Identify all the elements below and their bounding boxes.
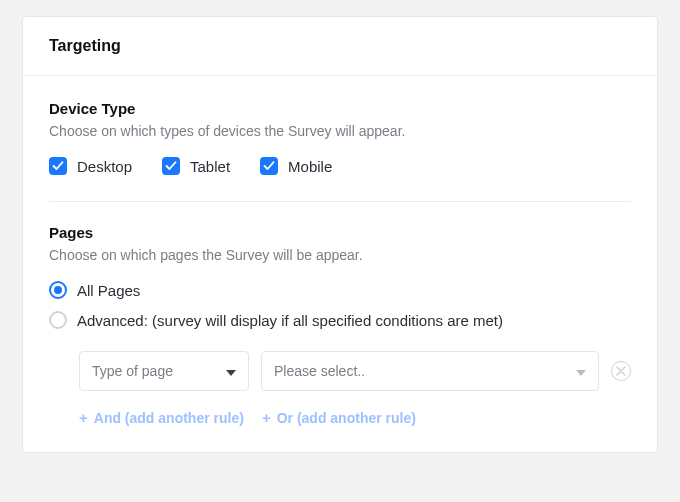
radio-advanced[interactable]: Advanced: (survey will display if all sp…: [49, 311, 631, 329]
select-placeholder: Please select..: [274, 363, 365, 379]
pages-section: Pages Choose on which pages the Survey w…: [49, 224, 631, 426]
device-type-section: Device Type Choose on which types of dev…: [49, 100, 631, 175]
caret-down-icon: [576, 363, 586, 379]
add-or-label: Or (add another rule): [277, 410, 416, 426]
radio-label: All Pages: [77, 282, 140, 299]
add-and-rule-button[interactable]: + And (add another rule): [79, 409, 244, 426]
rule-row: Type of page Please select..: [79, 351, 631, 391]
card-body: Device Type Choose on which types of dev…: [23, 76, 657, 452]
checkbox-tablet[interactable]: Tablet: [162, 157, 230, 175]
add-rule-row: + And (add another rule) + Or (add anoth…: [79, 409, 631, 426]
checkbox-mobile[interactable]: Mobile: [260, 157, 332, 175]
type-of-page-select[interactable]: Type of page: [79, 351, 249, 391]
targeting-card: Targeting Device Type Choose on which ty…: [22, 16, 658, 453]
pages-desc: Choose on which pages the Survey will be…: [49, 247, 631, 263]
pages-title: Pages: [49, 224, 631, 241]
plus-icon: +: [262, 409, 271, 426]
check-icon: [162, 157, 180, 175]
add-and-label: And (add another rule): [94, 410, 244, 426]
value-select[interactable]: Please select..: [261, 351, 599, 391]
radio-all-pages[interactable]: All Pages: [49, 281, 631, 299]
rules-area: Type of page Please select..: [49, 351, 631, 426]
add-or-rule-button[interactable]: + Or (add another rule): [262, 409, 416, 426]
radio-icon: [49, 281, 67, 299]
radio-label: Advanced: (survey will display if all sp…: [77, 312, 503, 329]
checkbox-desktop[interactable]: Desktop: [49, 157, 132, 175]
plus-icon: +: [79, 409, 88, 426]
radio-icon: [49, 311, 67, 329]
select-placeholder: Type of page: [92, 363, 173, 379]
device-type-options: Desktop Tablet Mobile: [49, 157, 631, 175]
checkbox-label: Desktop: [77, 158, 132, 175]
device-type-title: Device Type: [49, 100, 631, 117]
card-title: Targeting: [23, 17, 657, 76]
check-icon: [49, 157, 67, 175]
remove-rule-button[interactable]: [611, 361, 631, 381]
section-divider: [49, 201, 631, 202]
checkbox-label: Tablet: [190, 158, 230, 175]
pages-radio-group: All Pages Advanced: (survey will display…: [49, 281, 631, 329]
checkbox-label: Mobile: [288, 158, 332, 175]
device-type-desc: Choose on which types of devices the Sur…: [49, 123, 631, 139]
close-icon: [616, 363, 626, 379]
caret-down-icon: [226, 363, 236, 379]
check-icon: [260, 157, 278, 175]
